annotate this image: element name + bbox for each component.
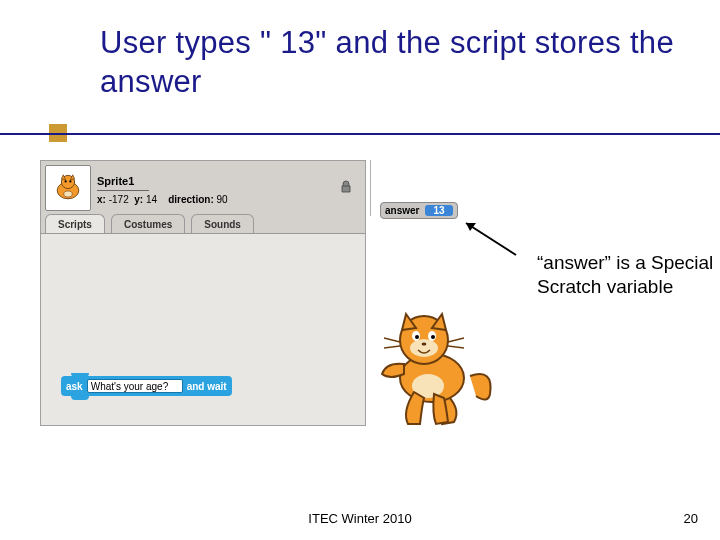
arrow-icon <box>460 219 520 259</box>
cat-icon <box>50 170 86 206</box>
monitor-label: answer <box>385 205 419 216</box>
scratch-panel: Sprite1 x: -172 y: 14 direction: 90 Scri… <box>40 160 366 426</box>
ask-input[interactable] <box>87 379 183 393</box>
svg-point-19 <box>422 342 427 345</box>
svg-line-7 <box>466 223 516 255</box>
svg-marker-8 <box>466 223 476 231</box>
svg-point-14 <box>410 339 438 357</box>
svg-point-6 <box>64 191 72 197</box>
title-rule <box>0 133 720 135</box>
sprite-thumbnail[interactable] <box>45 165 91 211</box>
svg-line-23 <box>448 346 464 348</box>
tab-costumes[interactable]: Costumes <box>111 214 185 234</box>
ask-block[interactable]: ask and wait <box>61 376 232 396</box>
ask-prefix: ask <box>66 381 83 392</box>
page-number: 20 <box>684 511 698 526</box>
svg-line-20 <box>384 338 400 342</box>
svg-point-5 <box>69 180 71 182</box>
svg-point-17 <box>415 335 419 339</box>
tab-scripts[interactable]: Scripts <box>45 214 105 234</box>
script-pane[interactable]: ask and wait <box>41 233 365 425</box>
sprite-info-row: Sprite1 x: -172 y: 14 direction: 90 <box>41 161 365 213</box>
lock-icon[interactable] <box>339 180 353 197</box>
sprite-coords: x: -172 y: 14 direction: 90 <box>97 194 329 205</box>
slide-title: User types " 13" and the script stores t… <box>100 24 700 102</box>
svg-point-4 <box>65 180 67 182</box>
answer-monitor[interactable]: answer 13 <box>380 202 458 219</box>
svg-point-18 <box>431 335 435 339</box>
monitor-value: 13 <box>425 205 452 216</box>
tabs: Scripts Costumes Sounds <box>41 214 365 234</box>
annotation-text: “answer” is a Special Scratch variable <box>537 251 720 298</box>
sprite-meta: Sprite1 x: -172 y: 14 direction: 90 <box>97 171 329 205</box>
footer-center: ITEC Winter 2010 <box>0 511 720 526</box>
sprite-name[interactable]: Sprite1 <box>97 175 134 187</box>
svg-line-21 <box>384 346 400 348</box>
svg-line-22 <box>448 338 464 342</box>
cat-sprite-large <box>374 304 494 434</box>
tab-sounds[interactable]: Sounds <box>191 214 254 234</box>
ask-suffix: and wait <box>187 381 227 392</box>
